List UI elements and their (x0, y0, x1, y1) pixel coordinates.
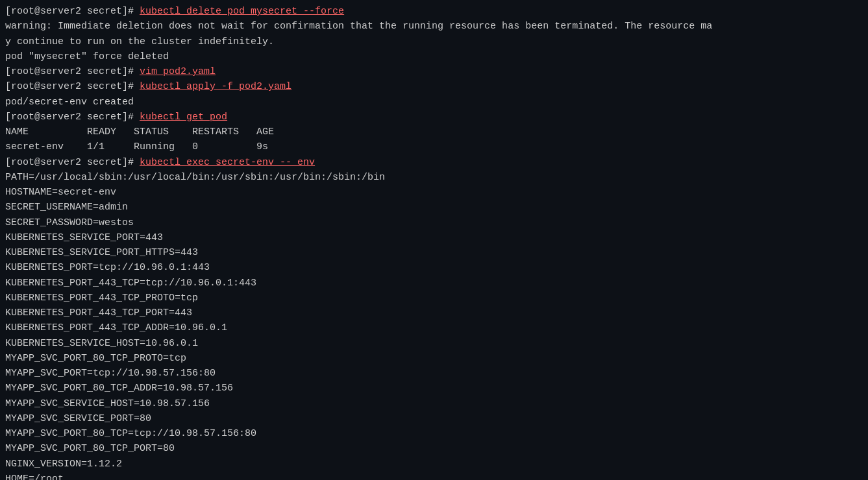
terminal-output: SECRET_PASSWORD=westos (5, 215, 863, 230)
terminal-output: KUBERNETES_PORT_443_TCP_ADDR=10.96.0.1 (5, 320, 863, 335)
terminal-output: HOSTNAME=secret-env (5, 185, 863, 200)
terminal-output: HOME=/root (5, 472, 863, 480)
terminal-output: pod "mysecret" force deleted (5, 49, 863, 64)
terminal-output: KUBERNETES_PORT_443_TCP_PROTO=tcp (5, 291, 863, 306)
terminal-output: warning: Immediate deletion does not wai… (5, 19, 863, 34)
terminal[interactable]: [root@server2 secret]# kubectl delete po… (0, 0, 868, 480)
terminal-output: KUBERNETES_PORT_443_TCP_PORT=443 (5, 306, 863, 320)
command-text: vim pod2.yaml (140, 66, 216, 77)
terminal-output: SECRET_USERNAME=admin (5, 200, 863, 215)
terminal-output: KUBERNETES_SERVICE_PORT=443 (5, 230, 863, 245)
terminal-output: MYAPP_SVC_SERVICE_PORT=80 (5, 411, 863, 426)
table-header: NAME READY STATUS RESTARTS AGE (5, 125, 863, 139)
terminal-output: pod/secret-env created (5, 95, 863, 110)
terminal-line: [root@server2 secret]# kubectl exec secr… (5, 155, 863, 170)
table-row: secret-env 1/1 Running 0 9s (5, 139, 863, 154)
command-text: kubectl get pod (140, 112, 227, 123)
terminal-output: KUBERNETES_PORT_443_TCP=tcp://10.96.0.1:… (5, 276, 863, 291)
terminal-output: y continue to run on the cluster indefin… (5, 34, 863, 49)
prompt: [root@server2 secret]# (5, 81, 140, 92)
terminal-line: [root@server2 secret]# kubectl apply -f … (5, 79, 863, 94)
command-text: kubectl exec secret-env -- env (140, 157, 315, 168)
prompt: [root@server2 secret]# (5, 157, 140, 168)
terminal-output: NGINX_VERSION=1.12.2 (5, 457, 863, 472)
command-text: kubectl delete pod mysecret --force (140, 6, 344, 17)
terminal-output: MYAPP_SVC_PORT_80_TCP_PORT=80 (5, 441, 863, 456)
terminal-output: KUBERNETES_PORT=tcp://10.96.0.1:443 (5, 260, 863, 275)
terminal-line: [root@server2 secret]# kubectl delete po… (5, 4, 863, 19)
prompt: [root@server2 secret]# (5, 66, 140, 77)
terminal-output: MYAPP_SVC_SERVICE_HOST=10.98.57.156 (5, 396, 863, 411)
command-text: kubectl apply -f pod2.yaml (140, 81, 291, 92)
terminal-line: [root@server2 secret]# kubectl get pod (5, 110, 863, 125)
terminal-output: MYAPP_SVC_PORT_80_TCP=tcp://10.98.57.156… (5, 426, 863, 441)
terminal-output: MYAPP_SVC_PORT_80_TCP_PROTO=tcp (5, 351, 863, 366)
prompt: [root@server2 secret]# (5, 6, 140, 17)
terminal-output: KUBERNETES_SERVICE_HOST=10.96.0.1 (5, 336, 863, 351)
terminal-line: [root@server2 secret]# vim pod2.yaml (5, 64, 863, 79)
terminal-output: MYAPP_SVC_PORT=tcp://10.98.57.156:80 (5, 366, 863, 381)
prompt: [root@server2 secret]# (5, 112, 140, 123)
terminal-output: MYAPP_SVC_PORT_80_TCP_ADDR=10.98.57.156 (5, 381, 863, 396)
terminal-output: KUBERNETES_SERVICE_PORT_HTTPS=443 (5, 245, 863, 260)
terminal-output: PATH=/usr/local/sbin:/usr/local/bin:/usr… (5, 170, 863, 185)
